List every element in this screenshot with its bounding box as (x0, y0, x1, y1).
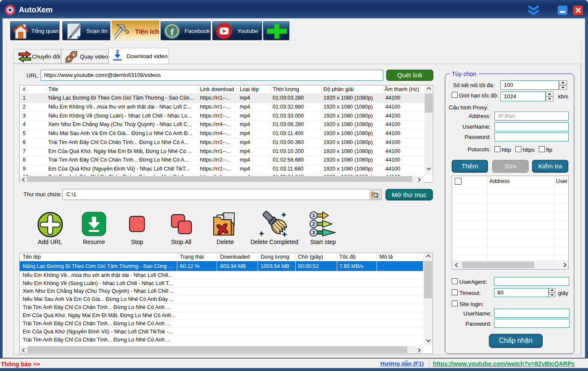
svg-text:f: f (171, 26, 174, 37)
svg-text:1: 1 (312, 213, 315, 218)
svg-text:2: 2 (312, 221, 315, 227)
svg-text:3: 3 (312, 230, 315, 235)
